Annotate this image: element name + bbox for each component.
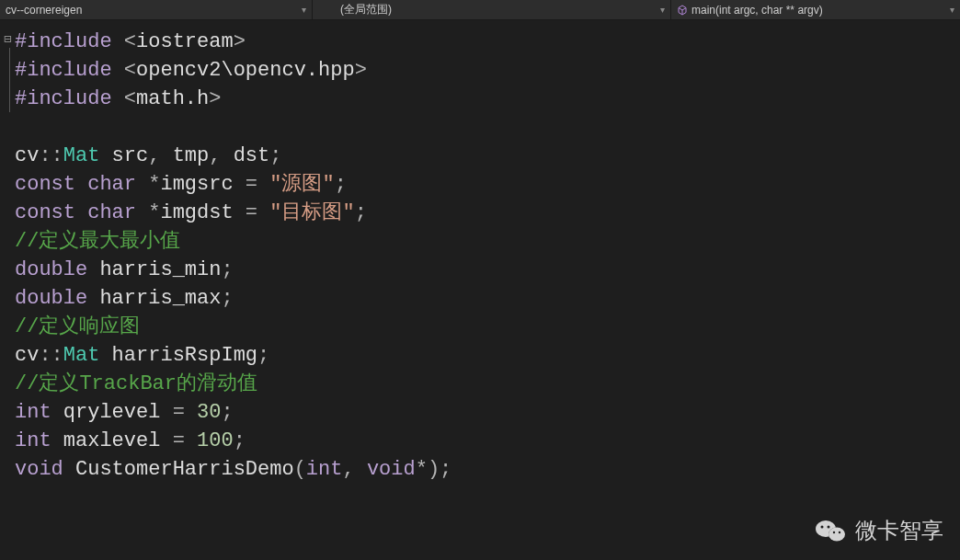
code-line[interactable]: //定义最大最小值: [7, 227, 960, 256]
code-line[interactable]: const char *imgdst = "目标图";: [7, 199, 960, 227]
svg-point-3: [821, 526, 824, 529]
code-line[interactable]: //定义响应图: [7, 313, 960, 341]
code-token-ident: src: [99, 144, 148, 167]
code-token-op: =: [246, 173, 257, 196]
fold-marker-icon[interactable]: ⊟: [4, 31, 11, 47]
code-token-comment: //定义最大最小值: [15, 230, 180, 253]
code-token-num: 30: [197, 401, 221, 424]
code-token-op: =: [173, 429, 185, 452]
code-token-ident: imgdst: [160, 201, 245, 224]
code-token-kw: int: [306, 458, 343, 481]
code-token-op: ;: [221, 287, 233, 310]
project-dropdown[interactable]: cv--cornereigen ▾: [0, 0, 313, 19]
code-token-op: ;: [355, 201, 367, 224]
code-token-op: *: [148, 173, 160, 196]
code-token-type: Mat: [63, 144, 100, 167]
code-line[interactable]: double harris_min;: [7, 256, 960, 284]
code-token-op: <: [124, 59, 136, 82]
code-token-comment: //定义响应图: [15, 315, 140, 338]
code-token-ident: iostream: [136, 30, 234, 53]
code-token-kw: #include: [15, 30, 112, 53]
code-token-op: =: [173, 401, 185, 424]
code-token-num: 100: [197, 429, 234, 452]
code-line[interactable]: //定义TrackBar的滑动值: [7, 370, 960, 398]
code-line[interactable]: int qrylevel = 30;: [7, 398, 960, 427]
code-token-ident: [75, 201, 87, 224]
code-token-kw: #include: [15, 59, 112, 82]
code-token-kw: void: [15, 458, 63, 481]
code-line[interactable]: cv::Mat harrisRspImg;: [7, 341, 960, 370]
scope-dropdown[interactable]: (全局范围) ▾: [313, 0, 671, 19]
code-token-str: "目标图": [269, 201, 354, 224]
code-line[interactable]: [7, 113, 960, 142]
code-token-ident: harrisRspImg: [99, 344, 257, 367]
code-token-kw: const: [15, 173, 75, 196]
code-token-kw: int: [15, 429, 51, 452]
code-token-op: <: [124, 30, 136, 53]
code-token-ident: [75, 173, 87, 196]
svg-point-2: [829, 528, 845, 542]
code-token-ident: cv: [15, 344, 39, 367]
function-dropdown[interactable]: main(int argc, char ** argv) ▾: [671, 0, 960, 19]
code-token-op: ::: [39, 344, 63, 367]
code-token-op: =: [246, 201, 257, 224]
project-dropdown-label: cv--cornereigen: [6, 4, 82, 17]
watermark: 微卡智享: [815, 516, 943, 545]
code-token-op: ,: [209, 144, 221, 167]
code-token-ident: tmp: [160, 144, 209, 167]
code-token-op: ;: [269, 144, 281, 167]
chevron-down-icon: ▾: [302, 5, 306, 15]
code-token-op: >: [355, 59, 367, 82]
code-token-ident: math.h: [136, 87, 209, 110]
code-token-kw: int: [15, 401, 51, 424]
code-token-op: ;: [221, 258, 233, 281]
code-token-op: ::: [39, 144, 63, 167]
code-token-ident: cv: [15, 144, 39, 167]
code-editor[interactable]: #include <iostream>#include <opencv2\ope…: [0, 20, 960, 484]
code-token-ident: [136, 201, 148, 224]
wechat-icon: [815, 518, 846, 543]
code-token-op: ;: [234, 429, 246, 452]
chevron-down-icon: ▾: [660, 5, 665, 15]
code-token-kw: #include: [15, 87, 112, 110]
fold-guide-line: [9, 48, 10, 112]
code-line[interactable]: int maxlevel = 100;: [7, 427, 960, 455]
code-token-op: ;: [221, 401, 233, 424]
code-line[interactable]: void CustomerHarrisDemo(int, void*);: [7, 455, 960, 484]
code-token-op: ,: [342, 458, 354, 481]
scope-dropdown-label: (全局范围): [340, 2, 392, 17]
code-line[interactable]: cv::Mat src, tmp, dst;: [7, 142, 960, 170]
code-token-kw: double: [15, 287, 87, 310]
code-token-kw: void: [367, 458, 416, 481]
function-icon: [677, 5, 688, 16]
code-token-kw: double: [15, 258, 87, 281]
navigation-toolbar: cv--cornereigen ▾ (全局范围) ▾ main(int argc…: [0, 0, 960, 20]
code-token-ident: harris_max: [87, 287, 221, 310]
code-token-ident: [355, 458, 367, 481]
code-token-ident: opencv2\opencv.hpp: [136, 59, 355, 82]
code-token-type: Mat: [63, 344, 100, 367]
code-token-str: "源图": [269, 173, 334, 196]
code-token-op: >: [209, 87, 221, 110]
code-token-op: >: [234, 30, 246, 53]
code-token-ident: imgsrc: [160, 173, 245, 196]
svg-point-5: [833, 531, 835, 533]
code-token-ident: [112, 30, 124, 53]
code-token-op: ;: [257, 344, 269, 367]
code-token-ident: [136, 173, 148, 196]
code-token-ident: harris_min: [87, 258, 221, 281]
code-token-ident: [112, 87, 124, 110]
code-line[interactable]: const char *imgsrc = "源图";: [7, 170, 960, 199]
code-line[interactable]: #include <math.h>: [7, 85, 960, 113]
code-line[interactable]: #include <opencv2\opencv.hpp>: [7, 56, 960, 85]
code-token-ident: [185, 401, 197, 424]
code-token-kw: const: [15, 201, 75, 224]
code-token-op: (: [294, 458, 306, 481]
code-token-kw: char: [87, 201, 136, 224]
code-token-kw: char: [87, 173, 136, 196]
code-line[interactable]: double harris_max;: [7, 284, 960, 313]
code-token-ident: qrylevel: [51, 401, 173, 424]
code-token-ident: [257, 201, 269, 224]
code-token-ident: [185, 429, 197, 452]
code-line[interactable]: #include <iostream>: [7, 28, 960, 56]
